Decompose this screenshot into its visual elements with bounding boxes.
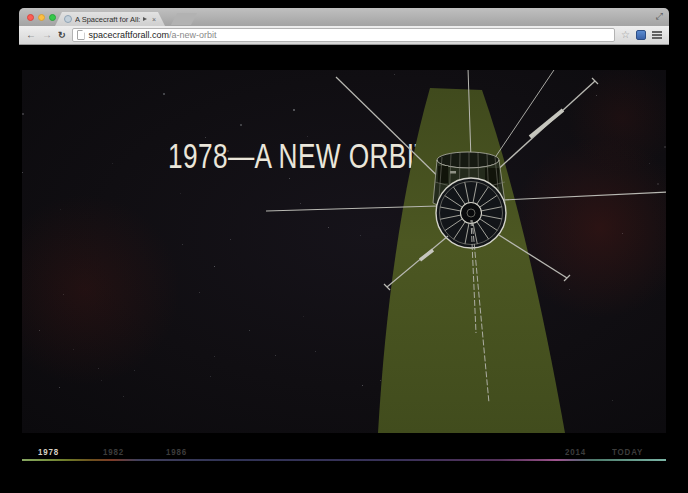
bookmark-star-icon[interactable]: ☆ xyxy=(621,30,630,40)
page-icon xyxy=(77,30,85,40)
browser-tab[interactable]: A Spacecraft for All: Th × xyxy=(55,12,165,26)
timeline-year-1986[interactable]: 1986 xyxy=(166,447,187,457)
timeline: 1978198219862014TODAY xyxy=(22,447,666,469)
zoom-button[interactable] xyxy=(49,14,56,21)
spacecraft-scene xyxy=(22,70,666,433)
reload-button[interactable]: ↻ xyxy=(58,31,66,40)
forward-button[interactable]: → xyxy=(42,30,52,40)
timeline-year-1982[interactable]: 1982 xyxy=(103,447,124,457)
browser-window: A Spacecraft for All: Th × ⤢ ← → ↻ space… xyxy=(19,8,669,493)
browser-toolbar: ← → ↻ spacecraftforall.com/a-new-orbit ☆ xyxy=(19,26,669,45)
timeline-progress-line[interactable] xyxy=(22,459,666,461)
minimize-button[interactable] xyxy=(38,14,45,21)
spacecraft-drum xyxy=(433,152,508,250)
speaker-icon xyxy=(143,17,149,21)
tab-close-icon[interactable]: × xyxy=(152,16,156,23)
back-button[interactable]: ← xyxy=(26,30,36,40)
url-domain: spacecraftforall.com xyxy=(89,30,170,40)
timeline-year-2014[interactable]: 2014 xyxy=(565,447,586,457)
site-favicon-icon xyxy=(64,15,72,23)
timeline-year-today[interactable]: TODAY xyxy=(612,447,643,457)
nebula-glow xyxy=(22,195,180,385)
window-controls xyxy=(27,14,56,21)
chrome-menu-icon[interactable] xyxy=(652,30,662,40)
tab-strip: A Spacecraft for All: Th × ⤢ xyxy=(19,8,669,26)
url-path: /a-new-orbit xyxy=(169,30,217,40)
new-tab-button[interactable] xyxy=(171,13,197,25)
web-content: 1978—A NEW ORBIT xyxy=(19,45,669,493)
tab-title: A Spacecraft for All: Th xyxy=(75,15,140,24)
timeline-year-1978[interactable]: 1978 xyxy=(38,447,59,457)
webgl-stage[interactable]: 1978—A NEW ORBIT xyxy=(22,70,666,433)
fullscreen-icon[interactable]: ⤢ xyxy=(656,11,663,22)
extension-icon[interactable] xyxy=(636,30,646,40)
url-text: spacecraftforall.com/a-new-orbit xyxy=(89,30,217,40)
close-button[interactable] xyxy=(27,14,34,21)
address-bar[interactable]: spacecraftforall.com/a-new-orbit xyxy=(72,28,615,42)
